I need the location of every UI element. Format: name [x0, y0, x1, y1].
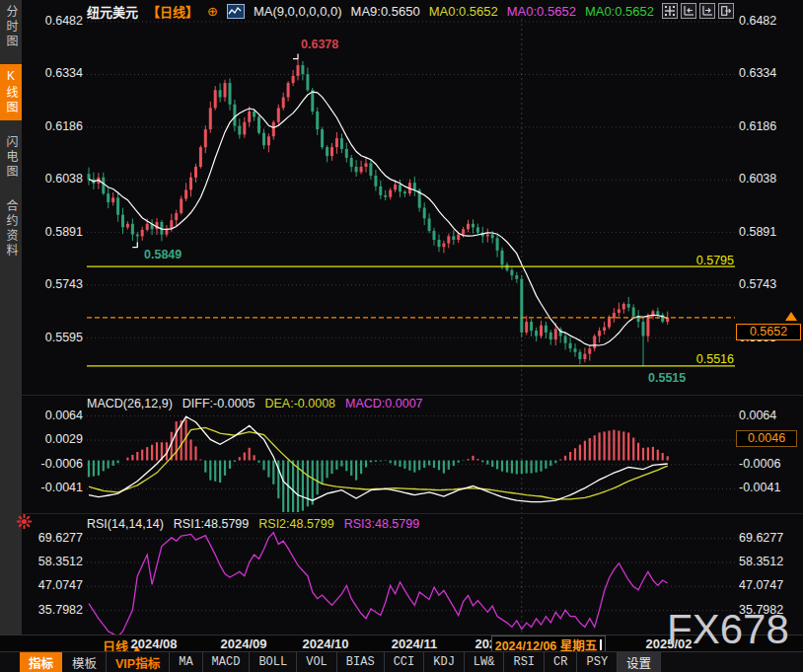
macd-current-badge: 0.0046	[736, 430, 797, 447]
toolbar-item-MA[interactable]: MA	[170, 652, 202, 672]
sidebar-item-3[interactable]: 合约资料	[0, 194, 22, 263]
axis-label: 47.0747	[28, 578, 83, 592]
axis-label: 0.5743	[28, 277, 83, 291]
ma-settings: MA(9,0,0,0,0,0)	[254, 4, 342, 19]
current-price-badge: 0.5652	[736, 324, 801, 340]
resistance-label: 0.5795	[689, 254, 734, 267]
support-label: 0.5516	[689, 352, 734, 366]
axis-label: 35.7982	[28, 603, 83, 617]
toolbar-item-KDJ[interactable]: KDJ	[424, 652, 465, 672]
axis-label: -0.0006	[28, 457, 83, 471]
axis-label: 0.0064	[739, 409, 800, 422]
symbol-name: 纽元美元	[87, 2, 138, 21]
axis-label: 0.6186	[739, 119, 800, 133]
macd-title: MACD(26,12,9)	[87, 397, 173, 411]
rsi-header: RSI(14,14,14) RSI1:48.5799 RSI2:48.5799 …	[87, 517, 419, 531]
text-cursor	[600, 639, 602, 650]
axis-label: 69.6277	[28, 531, 83, 545]
macd-macd-value: MACD:0.0007	[345, 397, 423, 411]
axis-label: 0.6038	[739, 172, 800, 186]
axis-label: -0.0041	[739, 481, 800, 494]
rsi2-value: RSI2:48.5799	[258, 517, 333, 531]
axis-label: 0.6186	[28, 119, 83, 133]
shift-left-icon[interactable]	[681, 3, 696, 19]
axis-label: 58.3512	[739, 555, 800, 568]
fx678-watermark: FX678	[667, 606, 789, 653]
shift-right-icon[interactable]	[699, 3, 715, 19]
rsi1-value: RSI1:48.5799	[174, 517, 249, 531]
add-indicator-icon[interactable]: ⊕	[207, 4, 218, 19]
macd-dea-value: DEA:-0.0008	[264, 397, 335, 411]
move-icon[interactable]	[662, 3, 678, 19]
price-up-arrow-icon	[785, 312, 797, 321]
toolbar-item-RSI[interactable]: RSI	[504, 652, 545, 672]
red-asterisk-icon[interactable]	[17, 514, 32, 529]
axis-label: 69.6277	[739, 531, 800, 545]
time-tick: 2024/11	[392, 636, 437, 651]
sidebar-item-1[interactable]: K线图	[0, 64, 22, 120]
axis-label: 0.6334	[739, 66, 800, 80]
left-sidebar: 分时图K线图闪电图合约资料	[0, 0, 22, 635]
axis-label: 0.6334	[28, 66, 83, 80]
ma0-yellow-value: MA0:0.5652	[429, 4, 498, 19]
chart-canvas[interactable]	[0, 0, 803, 672]
toolbar-item-BOLL[interactable]: BOLL	[250, 652, 297, 672]
axis-label: 0.6482	[28, 14, 83, 28]
axis-label: 0.6482	[739, 14, 800, 28]
macd-diff-value: DIFF:-0.0005	[182, 397, 256, 411]
axis-label: 0.0029	[28, 432, 83, 446]
toolbar-item-BIAS[interactable]: BIAS	[337, 652, 385, 672]
sidebar-item-2[interactable]: 闪电图	[0, 130, 22, 185]
time-tick: 2024/10	[303, 636, 349, 651]
time-tick: 2024/09	[221, 636, 267, 651]
toolbar-item-LW&[interactable]: LW&	[465, 652, 505, 672]
axis-label: 0.5595	[28, 331, 83, 344]
toolbar-item-模板[interactable]: 模板	[63, 652, 107, 672]
app-window: { "header": { "symbol": "纽元美元", "period"…	[0, 0, 803, 672]
toolbar-item-CCI[interactable]: CCI	[385, 652, 425, 672]
line-chart-icon[interactable]	[227, 4, 245, 19]
axis-label: 0.0064	[28, 409, 83, 422]
axis-label: 47.0747	[739, 578, 800, 592]
indicator-toolbar: 指标模板VIP指标MAMACDBOLLVOLBIASCCIKDJLW&RSICR…	[0, 651, 803, 672]
sidebar-item-0[interactable]: 分时图	[0, 0, 22, 54]
toolbar-item-VIP指标[interactable]: VIP指标	[107, 652, 170, 672]
time-tick: 2024/08	[131, 636, 178, 651]
pane-divider	[22, 513, 803, 514]
toolbar-item-MACD[interactable]: MACD	[203, 652, 251, 672]
toolbar-item-VOL[interactable]: VOL	[297, 652, 337, 672]
rsi-title: RSI(14,14,14)	[87, 517, 164, 531]
axis-label: 58.3512	[28, 555, 83, 568]
spike-low-annotation: 0.5515	[648, 371, 686, 385]
ma9-value: MA9:0.5650	[351, 4, 420, 19]
axis-label: 0.5743	[739, 277, 800, 291]
macd-header: MACD(26,12,9) DIFF:-0.0005 DEA:-0.0008 M…	[87, 397, 423, 411]
axis-label: -0.0006	[739, 457, 800, 471]
axis-label: 0.5891	[28, 225, 83, 239]
toolbar-item-设置[interactable]: 设置	[618, 652, 661, 672]
chart-toolbox	[662, 3, 734, 19]
ma0-magenta-value: MA0:0.5652	[507, 4, 576, 19]
axis-label: 0.5891	[739, 225, 800, 239]
exit-icon[interactable]	[718, 3, 734, 19]
axis-label: -0.0041	[28, 481, 83, 494]
high-annotation: 0.6378	[301, 37, 338, 51]
period-tag: 【日线】	[147, 2, 198, 21]
toolbar-item-PSY[interactable]: PSY	[577, 652, 618, 672]
rsi3-value: RSI3:48.5799	[344, 517, 419, 531]
axis-label: 0.6038	[28, 172, 83, 186]
toolbar-item-指标[interactable]: 指标	[20, 652, 62, 672]
chart-header: 纽元美元 【日线】 ⊕ MA(9,0,0,0,0,0) MA9:0.5650 M…	[87, 2, 654, 20]
ma0-green-value: MA0:0.5652	[585, 4, 654, 19]
toolbar-item-CR[interactable]: CR	[545, 652, 577, 672]
low-annotation: 0.5849	[144, 248, 182, 261]
pane-divider	[22, 395, 803, 396]
